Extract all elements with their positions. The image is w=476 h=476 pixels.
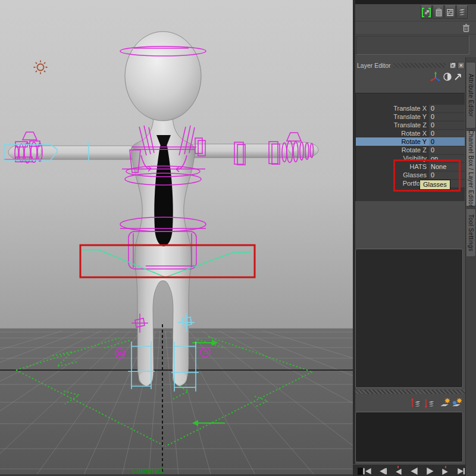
contrast-sphere-button[interactable] xyxy=(443,71,453,82)
channel-row[interactable]: Rotate Z0 xyxy=(356,146,465,154)
step-back-key-icon xyxy=(392,466,404,476)
viewport-3d[interactable]: camera1 xyxy=(0,0,353,476)
arrow-ne-icon xyxy=(453,71,463,82)
channel-value-field[interactable]: 0 xyxy=(429,138,465,146)
selection-highlight-button[interactable] xyxy=(421,5,432,19)
new-empty-layer-icon xyxy=(439,397,452,409)
sidebar-tab-strip: Attribute Editor Channel Box / Layer Edi… xyxy=(465,57,476,476)
step-back-frame-icon xyxy=(377,466,389,476)
maya-window: camera1 xyxy=(0,0,476,476)
channel-attribute-label[interactable]: Rotate Z xyxy=(356,146,429,154)
go-to-start-icon xyxy=(361,466,373,476)
tab-tool-settings[interactable]: Tool Settings xyxy=(466,208,476,257)
channel-sliders-button[interactable] xyxy=(444,5,456,19)
play-backward-button[interactable] xyxy=(408,466,421,476)
right-arm[interactable] xyxy=(189,144,306,158)
channel-value-field[interactable]: 0 xyxy=(429,113,465,121)
clipboard-button[interactable] xyxy=(433,5,444,19)
channel-attribute-label[interactable]: Translate Y xyxy=(356,113,429,120)
move-axis-icon xyxy=(430,71,440,82)
tab-attribute-editor-label: Attribute Editor xyxy=(468,74,474,117)
channel-attribute-label[interactable]: Translate X xyxy=(356,105,429,112)
step-forward-frame-icon xyxy=(455,466,466,476)
panel-restore-button[interactable] xyxy=(449,62,456,69)
glasses-tooltip: Glasses xyxy=(419,180,450,190)
new-layer-from-selected-button[interactable] xyxy=(450,397,464,409)
restore-window-icon xyxy=(450,63,455,68)
layer-editor-title: Layer Editor xyxy=(355,62,391,69)
move-layer-down-icon xyxy=(423,397,436,409)
step-forward-key-button[interactable] xyxy=(440,466,453,476)
channel-value-field[interactable]: 0 xyxy=(429,105,465,112)
channel-row[interactable]: Translate Z0 xyxy=(356,121,465,129)
step-back-key-button[interactable] xyxy=(392,466,405,476)
channel-row[interactable]: Rotate Y0 xyxy=(356,137,465,146)
contrast-sphere-icon xyxy=(443,71,452,82)
channel-attribute-label[interactable]: Rotate Y xyxy=(356,138,429,145)
tab-channel-box-layer-editor[interactable]: Channel Box / Layer Editor xyxy=(466,130,476,206)
play-backward-icon xyxy=(408,466,420,476)
panel-top-edge xyxy=(355,0,476,4)
step-back-frame-button[interactable] xyxy=(377,466,390,476)
anim-layer-list[interactable] xyxy=(355,412,463,462)
channel-row[interactable]: Translate X0 xyxy=(356,104,465,112)
channel-value-field[interactable]: 0 xyxy=(429,146,465,154)
channel-row[interactable]: Rotate X0 xyxy=(356,129,465,137)
move-layer-up-icon xyxy=(409,397,422,409)
move-axis-button[interactable] xyxy=(430,71,440,82)
channel-row[interactable]: Translate Y0 xyxy=(356,112,465,121)
panel-drag-handle[interactable] xyxy=(393,63,446,68)
channel-attribute-label[interactable]: Translate Z xyxy=(356,121,429,129)
trash-icon xyxy=(462,23,471,33)
tab-tool-settings-label: Tool Settings xyxy=(468,214,474,251)
move-layer-down-button[interactable] xyxy=(423,397,436,409)
channel-attribute-label[interactable]: Rotate X xyxy=(356,130,429,137)
layer-editor-header[interactable]: Layer Editor × xyxy=(355,60,465,70)
tab-channel-box-layer-editor-label: Channel Box / Layer Editor xyxy=(468,130,474,207)
step-forward-key-icon xyxy=(440,466,452,476)
move-layer-up-button[interactable] xyxy=(409,397,422,409)
channel-value-field[interactable]: 0 xyxy=(429,130,465,137)
channel-sliders-icon xyxy=(445,7,455,18)
camera-label: camera1 xyxy=(132,466,164,475)
head[interactable] xyxy=(125,32,201,121)
panel-gutter[interactable] xyxy=(353,0,355,476)
channel-box-layer-editor-panel: Layer Editor × Translate X0Translate Y0T… xyxy=(353,0,476,476)
play-forward-button[interactable] xyxy=(424,466,437,476)
new-layer-from-selected-icon xyxy=(450,397,464,409)
go-to-start-button[interactable] xyxy=(361,466,374,476)
tab-attribute-editor[interactable]: Attribute Editor xyxy=(466,62,476,129)
trash-button[interactable] xyxy=(462,23,471,33)
playback-controls xyxy=(353,464,476,476)
layer-name-field[interactable] xyxy=(356,36,469,55)
layer-editor-splitter[interactable] xyxy=(355,390,465,394)
layers-stack-icon xyxy=(457,7,467,18)
play-forward-icon xyxy=(424,466,436,476)
clipboard-icon xyxy=(433,7,443,18)
layers-stack-button[interactable] xyxy=(456,5,468,19)
arrow-ne-button[interactable] xyxy=(453,71,464,82)
channel-value-field[interactable]: 0 xyxy=(429,121,465,129)
display-layer-list[interactable] xyxy=(355,249,463,388)
panel-close-button[interactable]: × xyxy=(458,62,465,69)
selection-highlight-icon xyxy=(421,7,431,18)
new-empty-layer-button[interactable] xyxy=(439,397,452,409)
